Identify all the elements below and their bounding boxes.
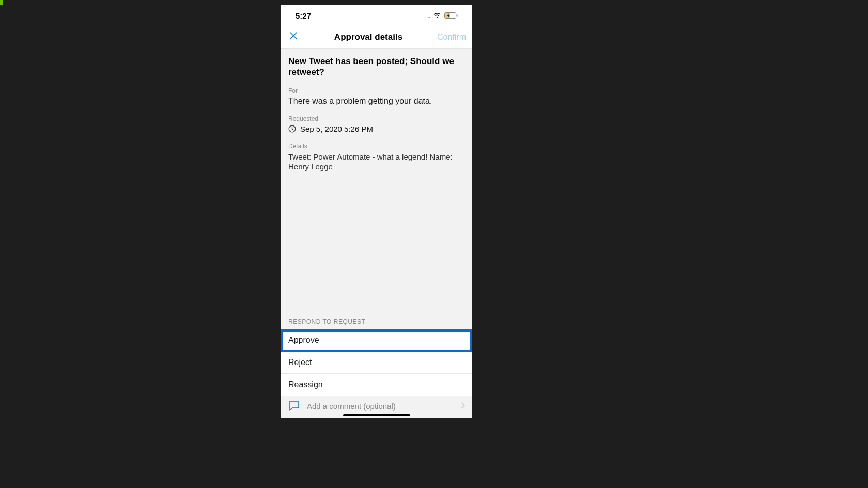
page-title: Approval details bbox=[334, 32, 402, 42]
status-right: .... bbox=[425, 12, 458, 19]
requested-row: Sep 5, 2020 5:26 PM bbox=[288, 124, 465, 133]
svg-rect-2 bbox=[457, 14, 458, 17]
reassign-option[interactable]: Reassign bbox=[281, 374, 472, 396]
confirm-button[interactable]: Confirm bbox=[437, 33, 466, 42]
nav-bar: Approval details Confirm bbox=[281, 26, 472, 49]
for-label: For bbox=[288, 87, 465, 95]
battery-icon bbox=[444, 12, 458, 19]
phone-frame: 5:27 .... Approval details Confir bbox=[281, 5, 472, 418]
respond-label: RESPOND TO REQUEST bbox=[281, 318, 472, 325]
requested-label: Requested bbox=[288, 115, 465, 122]
reject-option[interactable]: Reject bbox=[281, 352, 472, 374]
content-area: New Tweet has been posted; Should we ret… bbox=[281, 49, 472, 318]
comment-placeholder: Add a comment (optional) bbox=[307, 402, 454, 411]
signal-dots-icon: .... bbox=[425, 12, 430, 19]
approve-option[interactable]: Approve bbox=[281, 329, 472, 352]
respond-options: Approve Reject Reassign bbox=[281, 329, 472, 396]
for-value: There was a problem getting your data. bbox=[288, 97, 465, 106]
status-time: 5:27 bbox=[296, 11, 311, 20]
details-value: Tweet: Power Automate - what a legend! N… bbox=[288, 152, 465, 172]
close-icon[interactable] bbox=[287, 32, 300, 42]
chevron-right-icon bbox=[461, 401, 465, 411]
details-label: Details bbox=[288, 143, 465, 150]
home-indicator bbox=[343, 414, 410, 416]
comment-area[interactable]: Add a comment (optional) bbox=[281, 396, 472, 414]
wifi-icon bbox=[433, 12, 441, 19]
status-bar: 5:27 .... bbox=[281, 5, 472, 26]
approval-title: New Tweet has been posted; Should we ret… bbox=[288, 56, 465, 78]
clock-icon bbox=[288, 125, 296, 133]
comment-icon bbox=[288, 401, 300, 411]
requested-value: Sep 5, 2020 5:26 PM bbox=[300, 124, 373, 133]
green-corner-tab bbox=[0, 0, 3, 5]
